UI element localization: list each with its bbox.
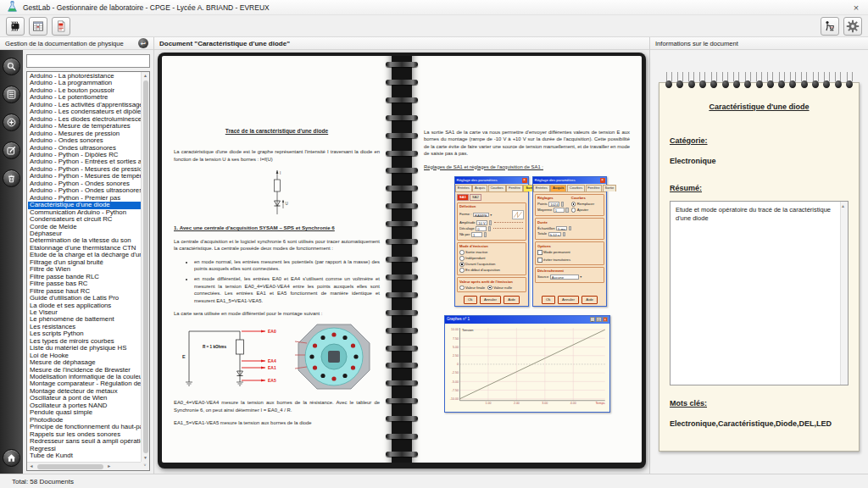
list-item[interactable]: Montage comparateur - Régulation de temp…: [28, 380, 141, 387]
list-item[interactable]: Principe de fonctionnement du haut-parle…: [28, 424, 141, 430]
list-item[interactable]: Les types de miroirs courbes: [28, 338, 141, 345]
list-item[interactable]: Arduino - La programmation: [28, 80, 141, 86]
document-panel: Document "Caractéristique d'une diode" T…: [154, 37, 649, 474]
list-item[interactable]: Oscillateur à portes NAND: [28, 402, 141, 409]
list-item[interactable]: Etude de la charge et la décharge d'un c…: [28, 252, 141, 258]
doc-bullet: en mode différentiel, les entrées EA0 et…: [194, 275, 380, 304]
edit-icon[interactable]: [3, 141, 20, 159]
list-item[interactable]: Liste du matériel de physique HS: [28, 345, 141, 352]
list-item[interactable]: Redresseur sans seuil à ampli opérationn…: [28, 438, 141, 445]
trash-icon[interactable]: [3, 169, 20, 187]
list-item[interactable]: Filtre passe bas RC: [28, 280, 141, 287]
dialog-button: Annuler: [558, 296, 580, 303]
list-item[interactable]: Montage détecteur de métaux: [28, 388, 141, 395]
list-item[interactable]: Arduino - Mesures de pression: [28, 130, 141, 137]
back-arrow-icon[interactable]: ↩: [138, 38, 148, 48]
list-item[interactable]: Arduino - Les condensateurs et dipôles R…: [28, 108, 141, 115]
scroll-left-icon[interactable]: ◄: [27, 463, 36, 470]
home-icon[interactable]: [3, 449, 20, 467]
svg-text:-10.00: -10.00: [450, 397, 459, 401]
info-card-wrap: Caractéristique d'une diode Catégorie: E…: [650, 50, 868, 474]
list-item[interactable]: Arduino - Python - Mesures de températur…: [28, 173, 141, 180]
list-item[interactable]: Arduino - Ondes ultrasonores: [28, 145, 141, 152]
list-item[interactable]: Modélisation informatique de la couleur: [28, 374, 141, 380]
list-item[interactable]: Filtre de Wien: [28, 266, 141, 273]
search-input[interactable]: [26, 54, 150, 68]
list-item[interactable]: Arduino - Le bouton poussoir: [28, 87, 141, 94]
summary-scrollbar[interactable]: ▲: [840, 202, 848, 385]
scroll-down-icon[interactable]: ▼: [142, 454, 150, 462]
list-item[interactable]: La diode et ses applications: [28, 302, 141, 309]
scroll-thumb[interactable]: [143, 80, 148, 453]
list-item[interactable]: Etalonnage d'une thermistance CTN: [28, 245, 141, 252]
category-value: Electronique: [670, 157, 849, 165]
svg-text:0: 0: [457, 363, 459, 366]
list-item[interactable]: Loi de Hooke: [28, 352, 141, 359]
graph-window-controls: _ □ ×: [590, 317, 609, 323]
graph-window-titlebar: Graphes n° 1 _ □ ×: [445, 316, 609, 324]
list-item[interactable]: Arduino - Python - Dipôles RC: [28, 152, 141, 158]
person-cart-icon[interactable]: [821, 17, 839, 36]
list-item[interactable]: Déphaseur: [28, 230, 141, 237]
vertical-scrollbar[interactable]: ▲ ▼: [141, 72, 149, 462]
list-item[interactable]: Détermination de la vitesse du son: [28, 237, 141, 244]
chip-icon[interactable]: [6, 17, 25, 36]
list-item[interactable]: Corde de Melde: [28, 224, 141, 230]
list-item[interactable]: Arduino - Python - Entrées et sorties an…: [28, 158, 141, 165]
list-item[interactable]: Communication Arduino - Python: [28, 209, 141, 216]
list-item[interactable]: Condensateurs et circuit RC: [28, 216, 141, 223]
output-subtab: SA2: [470, 194, 481, 201]
list-item[interactable]: Arduino - Python - Ondes sonores: [28, 180, 141, 187]
gear-icon[interactable]: [843, 17, 862, 36]
chevron-down-icon: ▾: [490, 213, 492, 218]
svg-text:-7.50: -7.50: [452, 388, 459, 391]
list-item[interactable]: Filtre passe haut RC: [28, 288, 141, 295]
list-item[interactable]: Regressi: [28, 446, 141, 452]
list-item[interactable]: Guide d'utilisation de Latis Pro: [28, 295, 141, 302]
list-item[interactable]: Rappels sur les ondes sonores: [28, 431, 141, 438]
list-item[interactable]: Arduino - La photorésistance: [28, 73, 141, 80]
list-item[interactable]: Arduino - Python - Mesures de pression: [28, 166, 141, 173]
binder-rings: [665, 72, 853, 88]
list-item[interactable]: Arduino - Python - Premier pas: [28, 195, 141, 202]
svg-text:R = 1 kOhms: R = 1 kOhms: [203, 345, 226, 349]
catalog-icon[interactable]: [3, 86, 20, 103]
scroll-thumb-h[interactable]: [37, 464, 103, 469]
list-item[interactable]: Mesure de déphasage: [28, 359, 141, 366]
list-item[interactable]: Caractéristique d'une diode: [28, 202, 141, 208]
scroll-right-icon[interactable]: ►: [105, 463, 114, 470]
binder-ring: [801, 72, 808, 88]
list-item[interactable]: Arduino - Ondes sonores: [28, 137, 141, 144]
pdf-document-icon[interactable]: [52, 17, 70, 36]
list-item[interactable]: Filtre passe bande RLC: [28, 274, 141, 280]
list-item[interactable]: Arduino - Mesure de températures: [28, 123, 141, 130]
scroll-up-icon[interactable]: ▲: [841, 203, 845, 208]
list-item[interactable]: Arduino - Les diodes électroluminescente…: [28, 116, 141, 123]
list-item[interactable]: Le phénomène de battement: [28, 316, 141, 323]
gear-icon-glyph: [846, 19, 860, 33]
list-item[interactable]: Arduino - Le potentiomètre: [28, 94, 141, 101]
scroll-up-icon[interactable]: ▲: [142, 72, 150, 80]
search-icon[interactable]: [3, 58, 20, 75]
list-item[interactable]: Arduino - Les activités d'apprentissage: [28, 102, 141, 108]
list-item[interactable]: Le Viseur: [28, 309, 141, 316]
list-item[interactable]: Filtrage d'un signal bruité: [28, 259, 141, 266]
list-item[interactable]: Arduino - Python - Ondes ultrasonores: [28, 187, 141, 194]
horizontal-scrollbar[interactable]: ◄ ►: [27, 462, 141, 470]
doc-paragraph: La carte sera utilisée en mode différent…: [174, 310, 380, 317]
list-item[interactable]: Tube de Kundt: [28, 452, 141, 459]
valeur-fieldset: Valeur après arrêt de l'émission Valeur …: [457, 277, 526, 292]
window-close-icon[interactable]: ×: [844, 0, 868, 14]
binder-ring: [665, 72, 672, 88]
planning-grid-icon[interactable]: [29, 17, 47, 36]
list-item[interactable]: Mesure de l'incidence de Brewster: [28, 367, 141, 374]
list-item[interactable]: Les scripts Python: [28, 330, 141, 337]
svg-text:-2.50: -2.50: [452, 371, 459, 374]
add-icon[interactable]: [3, 114, 20, 131]
summary-textarea[interactable]: Etude et mode opératoire du tracé de la …: [670, 201, 849, 385]
list-item[interactable]: Oscillateur à pont de Wien: [28, 395, 141, 402]
svg-text:Tension: Tension: [462, 327, 473, 331]
list-item[interactable]: Photodiode: [28, 417, 141, 424]
list-item[interactable]: Les résistances: [28, 324, 141, 330]
list-item[interactable]: Pendule quasi simple: [28, 409, 141, 416]
